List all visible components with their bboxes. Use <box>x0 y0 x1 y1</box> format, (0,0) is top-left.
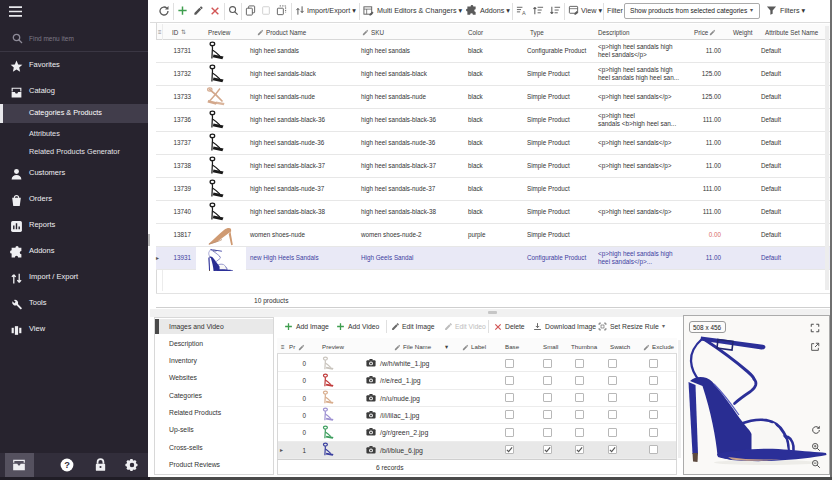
svg-text:A: A <box>522 10 526 16</box>
svg-text:?: ? <box>64 460 70 470</box>
